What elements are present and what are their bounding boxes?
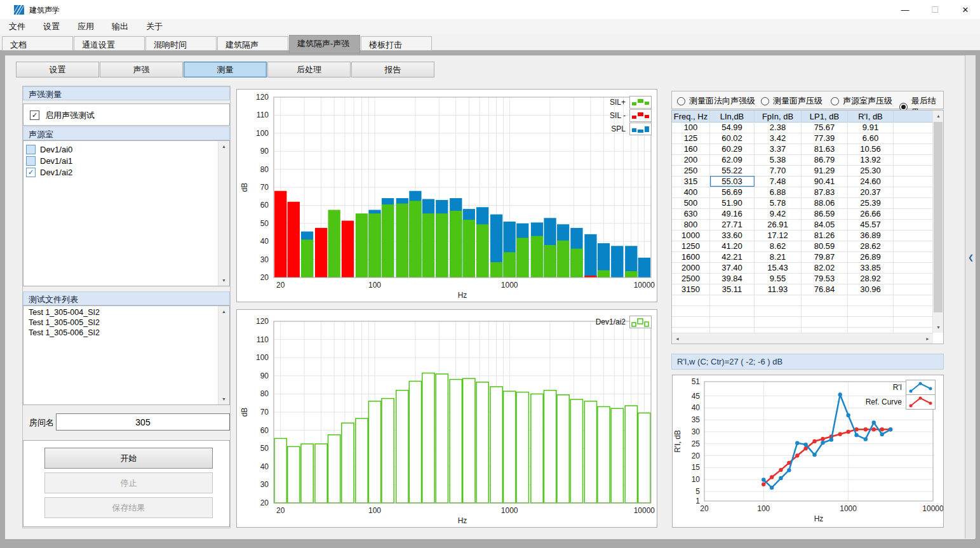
table-cell[interactable]: 45.57 xyxy=(848,219,894,230)
table-cell[interactable]: 51.90 xyxy=(710,197,755,208)
table-cell[interactable]: 42.21 xyxy=(710,251,755,262)
table-cell[interactable]: 8.21 xyxy=(755,251,802,262)
table-cell[interactable]: 28.92 xyxy=(848,273,894,284)
table-cell[interactable] xyxy=(894,251,933,262)
table-cell[interactable] xyxy=(672,305,710,316)
table-cell[interactable] xyxy=(894,305,933,316)
table-cell[interactable]: 9.55 xyxy=(755,273,802,284)
scroll-left-icon[interactable]: ◄ xyxy=(672,333,683,344)
table-cell[interactable]: 49.16 xyxy=(710,208,755,219)
table-vscrollbar[interactable]: ▲▼ xyxy=(932,110,943,333)
table-cell[interactable]: 56.69 xyxy=(710,187,755,197)
table-cell[interactable]: 800 xyxy=(672,219,710,230)
table-hscrollbar[interactable]: ◄► xyxy=(672,333,933,344)
sub-tab-4[interactable]: 报告 xyxy=(351,62,434,77)
table-cell[interactable] xyxy=(894,176,933,187)
close-button[interactable]: ✕ xyxy=(951,0,980,19)
table-cell[interactable]: 62.09 xyxy=(710,154,755,165)
main-tab-3[interactable]: 建筑隔声 xyxy=(217,36,288,51)
table-cell[interactable]: 76.84 xyxy=(802,284,848,295)
table-cell[interactable]: 60.29 xyxy=(710,144,755,154)
table-cell[interactable]: 79.53 xyxy=(802,273,848,284)
table-cell[interactable] xyxy=(802,295,848,305)
enable-intensity-checkbox[interactable]: ✓ xyxy=(30,110,39,120)
scroll-up-icon[interactable]: ▲ xyxy=(218,306,229,317)
table-cell[interactable]: 75.67 xyxy=(802,122,848,133)
table-cell[interactable] xyxy=(755,316,802,327)
radio-0[interactable]: 测量面法向声强级 xyxy=(677,95,755,107)
channel-row-0[interactable]: Dev1/ai0 xyxy=(26,144,72,155)
test-file-0[interactable]: Test 1_305-004_SI2 xyxy=(29,307,100,317)
scroll-right-icon[interactable]: ► xyxy=(922,333,933,344)
table-cell[interactable]: 37.40 xyxy=(710,262,755,273)
main-tab-5[interactable]: 楼板打击 xyxy=(361,36,432,51)
source-room-scrollbar[interactable]: ▲ ▼ xyxy=(218,141,229,286)
sub-tab-3[interactable]: 后处理 xyxy=(267,62,351,77)
table-cell[interactable]: 3150 xyxy=(672,284,710,295)
table-cell[interactable] xyxy=(894,154,933,165)
table-cell[interactable]: 86.79 xyxy=(802,154,848,165)
table-cell[interactable] xyxy=(894,208,933,219)
table-cell[interactable] xyxy=(848,305,894,316)
table-cell[interactable] xyxy=(894,219,933,230)
table-cell[interactable]: 3.42 xyxy=(755,133,802,144)
table-cell[interactable] xyxy=(894,316,933,327)
table-cell[interactable] xyxy=(848,295,894,305)
table-cell[interactable]: 30.96 xyxy=(848,284,894,295)
table-cell[interactable]: 7.48 xyxy=(755,176,802,187)
table-cell[interactable] xyxy=(894,122,933,133)
table-cell[interactable]: 1250 xyxy=(672,241,710,251)
menu-item-2[interactable]: 应用 xyxy=(69,19,103,34)
table-cell[interactable] xyxy=(894,230,933,241)
table-cell[interactable] xyxy=(672,295,710,305)
table-cell[interactable] xyxy=(755,295,802,305)
table-cell[interactable]: 25.30 xyxy=(848,165,894,176)
table-cell[interactable] xyxy=(848,316,894,327)
table-cell[interactable]: 80.59 xyxy=(802,241,848,251)
table-cell[interactable]: 630 xyxy=(672,208,710,219)
scroll-up-icon[interactable]: ▲ xyxy=(218,141,229,152)
room-name-input[interactable] xyxy=(56,413,230,431)
table-cell[interactable]: 17.12 xyxy=(755,230,802,241)
channel-checkbox-0[interactable] xyxy=(26,145,36,154)
table-cell[interactable] xyxy=(710,295,755,305)
table-cell[interactable]: 6.60 xyxy=(848,133,894,144)
table-cell[interactable]: 9.42 xyxy=(755,208,802,219)
table-cell[interactable]: 82.02 xyxy=(802,262,848,273)
table-cell[interactable]: 11.93 xyxy=(755,284,802,295)
table-cell[interactable]: 36.89 xyxy=(848,230,894,241)
menu-item-0[interactable]: 文件 xyxy=(0,19,34,34)
table-cell[interactable]: 1600 xyxy=(672,251,710,262)
table-cell[interactable] xyxy=(894,295,933,305)
radio-circle-2[interactable] xyxy=(831,97,839,105)
table-cell[interactable]: 7.70 xyxy=(755,165,802,176)
table-cell[interactable]: 87.83 xyxy=(802,187,848,197)
test-file-2[interactable]: Test 1_305-006_SI2 xyxy=(29,328,100,338)
table-cell[interactable]: 15.43 xyxy=(755,262,802,273)
panel-splitter[interactable]: ❮ xyxy=(965,55,976,538)
scroll-up-icon[interactable]: ▲ xyxy=(933,110,944,121)
table-cell[interactable] xyxy=(894,133,933,144)
table-cell[interactable]: 81.26 xyxy=(802,230,848,241)
table-cell[interactable]: 8.62 xyxy=(755,241,802,251)
table-cell[interactable]: 26.66 xyxy=(848,208,894,219)
table-cell[interactable]: 10.56 xyxy=(848,144,894,154)
table-cell[interactable] xyxy=(894,273,933,284)
table-cell[interactable]: 24.60 xyxy=(848,176,894,187)
main-tab-1[interactable]: 通道设置 xyxy=(74,36,145,51)
table-cell[interactable] xyxy=(894,284,933,295)
minimize-button[interactable]: — xyxy=(890,0,920,19)
table-cell[interactable] xyxy=(802,316,848,327)
table-cell[interactable]: 100 xyxy=(672,122,710,133)
table-cell[interactable]: 2000 xyxy=(672,262,710,273)
table-cell[interactable]: 39.84 xyxy=(710,273,755,284)
scroll-down-icon[interactable]: ▼ xyxy=(218,275,229,286)
table-cell[interactable]: 20.37 xyxy=(848,187,894,197)
maximize-button[interactable]: ☐ xyxy=(920,0,950,19)
main-tab-2[interactable]: 混响时间 xyxy=(145,36,217,51)
table-cell[interactable]: 28.62 xyxy=(848,241,894,251)
table-cell[interactable]: 160 xyxy=(672,144,710,154)
table-cell[interactable]: 2500 xyxy=(672,273,710,284)
radio-1[interactable]: 测量面声压级 xyxy=(761,95,822,107)
save-results-button[interactable]: 保存结果 xyxy=(44,497,213,518)
